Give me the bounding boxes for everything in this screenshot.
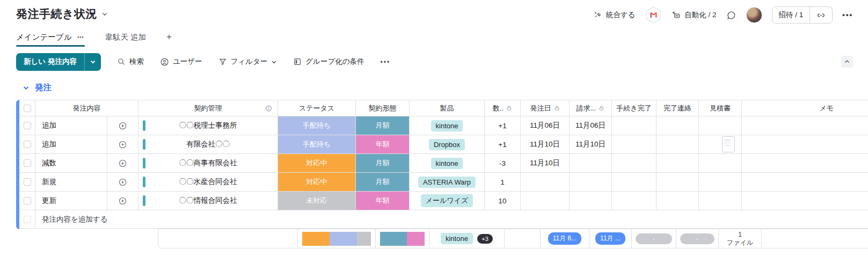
column-header-order[interactable]: 発注内容: [35, 100, 138, 116]
user-avatar[interactable]: [746, 7, 762, 23]
column-header-memo[interactable]: メモ: [742, 100, 868, 116]
share-link-button[interactable]: [809, 7, 832, 23]
cell-product[interactable]: kintone: [410, 116, 485, 135]
row-checkbox[interactable]: [24, 178, 31, 186]
new-record-dropdown-button[interactable]: [84, 53, 101, 71]
cell-invoice-date[interactable]: [570, 154, 612, 173]
cell-contract[interactable]: 〇〇商事有限会社: [138, 154, 278, 173]
cell-completion-contact[interactable]: [657, 173, 699, 192]
group-header[interactable]: 発注: [23, 82, 52, 93]
product-tag[interactable]: メールワイズ: [421, 194, 473, 207]
cell-quantity[interactable]: +1: [485, 116, 521, 135]
cell-contract-type[interactable]: 年額: [356, 135, 410, 154]
cell-quotation[interactable]: [699, 116, 742, 135]
more-products-badge[interactable]: +3: [477, 234, 493, 244]
more-actions-button[interactable]: •••: [842, 12, 853, 18]
cell-memo[interactable]: [742, 173, 868, 192]
cell-order[interactable]: 新規: [35, 173, 107, 192]
column-header-invoice[interactable]: 請求...: [570, 100, 612, 116]
cell-procedure-done[interactable]: [612, 116, 657, 135]
expand-record-icon[interactable]: [118, 121, 127, 130]
gmail-integration-badge[interactable]: [645, 6, 662, 24]
add-record-button[interactable]: 発注内容を追加する: [35, 210, 868, 229]
summary-order-date-cell[interactable]: 11月 6...: [541, 229, 589, 248]
contact-empty-pill[interactable]: -: [680, 233, 714, 244]
cell-order[interactable]: 追加: [35, 135, 107, 154]
cell-order-date[interactable]: [521, 173, 570, 192]
cell-quantity[interactable]: -3: [485, 154, 521, 173]
product-tag[interactable]: Dropbox: [429, 139, 465, 150]
column-header-type[interactable]: 契約形態: [356, 100, 410, 116]
cell-quantity[interactable]: 1: [485, 173, 521, 192]
cell-quotation[interactable]: [699, 135, 742, 154]
product-tag[interactable]: kintone: [431, 120, 463, 131]
cell-memo[interactable]: [742, 192, 868, 210]
select-all-checkbox[interactable]: [24, 105, 31, 112]
cell-product[interactable]: ASTERIA Warp: [410, 173, 485, 192]
column-header-product[interactable]: 製品: [410, 100, 485, 116]
summary-procedure-cell[interactable]: -: [632, 229, 676, 248]
earliest-invoice-date-pill[interactable]: 11月 ...: [595, 232, 625, 245]
cell-invoice-date[interactable]: [570, 192, 612, 210]
cell-memo[interactable]: [742, 116, 868, 135]
cell-status[interactable]: 手配待ち: [278, 135, 356, 154]
cell-order-date[interactable]: 11月10日: [521, 154, 570, 173]
cell-order-date[interactable]: 11月10日: [521, 135, 570, 154]
cell-contract-type[interactable]: 月額: [356, 173, 410, 192]
expand-record-icon[interactable]: [118, 140, 127, 149]
integrate-button[interactable]: 統合する: [594, 10, 636, 20]
toolbar-more-button[interactable]: •••: [381, 59, 391, 64]
cell-quotation[interactable]: [699, 173, 742, 192]
column-header-qty[interactable]: 数..: [485, 100, 521, 116]
cell-completion-contact[interactable]: [657, 192, 699, 210]
cell-order[interactable]: 減数: [35, 154, 107, 173]
cell-procedure-done[interactable]: [612, 154, 657, 173]
cell-order[interactable]: 追加: [35, 116, 107, 135]
cell-order[interactable]: 更新: [35, 192, 107, 210]
row-checkbox[interactable]: [24, 122, 31, 129]
row-checkbox[interactable]: [24, 141, 31, 148]
info-icon[interactable]: [265, 105, 272, 112]
cell-status[interactable]: 手配待ち: [278, 116, 356, 135]
cell-procedure-done[interactable]: [612, 135, 657, 154]
cell-order-date[interactable]: [521, 192, 570, 210]
earliest-order-date-pill[interactable]: 11月 6...: [548, 232, 581, 245]
cell-contract-type[interactable]: 月額: [356, 154, 410, 173]
cell-product[interactable]: Dropbox: [410, 135, 485, 154]
cell-status[interactable]: 対応中: [278, 154, 356, 173]
cell-quotation[interactable]: [699, 192, 742, 210]
comments-button[interactable]: [726, 10, 736, 20]
cell-contract[interactable]: 〇〇情報合同会社: [138, 192, 278, 210]
cell-quantity[interactable]: +1: [485, 135, 521, 154]
cell-invoice-date[interactable]: 11月06日: [570, 116, 612, 135]
cell-memo[interactable]: [742, 154, 868, 173]
summary-contract-cell[interactable]: [158, 229, 298, 248]
cell-status[interactable]: 未対応: [278, 192, 356, 210]
row-checkbox[interactable]: [24, 159, 31, 167]
cell-contract[interactable]: 有限会社〇〇: [138, 135, 278, 154]
tab-menu-icon[interactable]: ⋯: [77, 33, 85, 41]
tab-idaten-addition[interactable]: 韋駄天 追加: [105, 32, 147, 42]
column-header-date[interactable]: 発注日: [521, 100, 570, 116]
cell-order-date[interactable]: 11月06日: [521, 116, 570, 135]
cell-contract[interactable]: 〇〇水産合同会社: [138, 173, 278, 192]
product-tag[interactable]: ASTERIA Warp: [418, 177, 476, 188]
product-tag[interactable]: kintone: [431, 158, 463, 169]
add-table-button[interactable]: +: [166, 32, 172, 42]
tab-main-table[interactable]: メインテーブル ⋯: [16, 32, 85, 42]
cell-completion-contact[interactable]: [657, 154, 699, 173]
automation-button[interactable]: 自動化 / 2: [672, 10, 716, 20]
procedure-empty-pill[interactable]: -: [636, 233, 672, 244]
cell-contract[interactable]: 〇〇税理士事務所: [138, 116, 278, 135]
group-collapse-chevron-icon[interactable]: [23, 84, 30, 91]
column-header-quote[interactable]: 見積書: [699, 100, 742, 116]
group-by-button[interactable]: グループ化の条件: [293, 57, 364, 67]
column-header-status[interactable]: ステータス: [278, 100, 356, 116]
invite-button[interactable]: 招待 / 1: [772, 7, 810, 23]
expand-record-icon[interactable]: [118, 196, 127, 206]
user-filter-button[interactable]: ユーザー: [160, 57, 202, 67]
summary-quantity-cell[interactable]: [505, 229, 541, 248]
summary-contract-type-cell[interactable]: [376, 229, 429, 248]
file-attachment-thumbnail[interactable]: [722, 136, 735, 152]
cell-invoice-date[interactable]: 11月10日: [570, 135, 612, 154]
